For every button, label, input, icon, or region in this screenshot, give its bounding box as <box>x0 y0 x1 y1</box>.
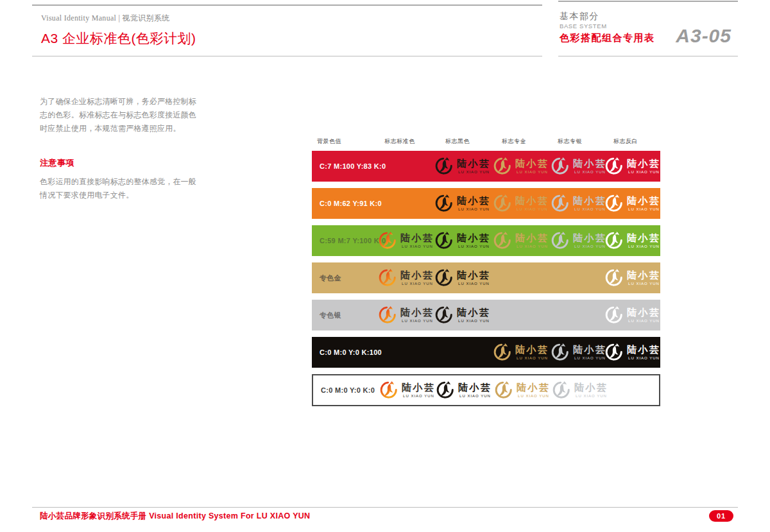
phoenix-swirl-icon <box>604 231 624 250</box>
lu-xiao-yun-logo: 陆小芸 LU XIAO YUN <box>551 343 607 362</box>
lu-xiao-yun-logo: 陆小芸 LU XIAO YUN <box>378 231 434 250</box>
logo-name-cn: 陆小芸 <box>457 270 491 280</box>
lu-xiao-yun-logo: 陆小芸 LU XIAO YUN <box>494 381 551 400</box>
footer-title: 陆小芸品牌形象识别系统手册 Visual Identity System For… <box>40 511 310 522</box>
logo-name-en: LU XIAO YUN <box>517 394 551 398</box>
phoenix-swirl-icon <box>379 381 398 400</box>
logo-name-en: LU XIAO YUN <box>627 319 661 323</box>
lu-xiao-yun-logo: 陆小芸 LU XIAO YUN <box>493 194 549 213</box>
color-bar: C:7 M:100 Y:83 K:0 陆小芸 LU XIAO YUN 陆小芸 L… <box>312 151 660 182</box>
logo-text: 陆小芸 LU XIAO YUN <box>457 196 491 211</box>
logo-text: 陆小芸 LU XIAO YUN <box>457 233 491 248</box>
background-color-value: 专色金 <box>320 273 341 283</box>
logo-name-en: LU XIAO YUN <box>515 356 549 360</box>
phoenix-swirl-icon <box>551 231 570 250</box>
logo-name-cn: 陆小芸 <box>573 345 607 354</box>
column-header: 标志专银 <box>558 137 582 146</box>
phoenix-swirl-icon <box>551 343 570 362</box>
logo-text: 陆小芸 LU XIAO YUN <box>627 345 661 360</box>
logo-text: 陆小芸 LU XIAO YUN <box>457 159 491 174</box>
logo-text: 陆小芸 LU XIAO YUN <box>573 345 607 360</box>
logo-name-cn: 陆小芸 <box>457 233 491 243</box>
logo-name-cn: 陆小芸 <box>402 382 436 392</box>
intro-paragraph: 为了确保企业标志清晰可辨，务必严格控制标志的色彩。标准标志在与标志色彩度接近颜色… <box>40 95 198 135</box>
background-color-value: C:0 M:0 Y:0 K:100 <box>320 348 382 356</box>
lu-xiao-yun-logo: 陆小芸 LU XIAO YUN <box>551 231 607 250</box>
logo-name-en: LU XIAO YUN <box>515 207 549 211</box>
lu-xiao-yun-logo: 陆小芸 LU XIAO YUN <box>552 381 608 400</box>
color-bar: C:0 M:0 Y:0 K:0 陆小芸 LU XIAO YUN 陆小芸 LU X… <box>312 374 660 406</box>
logo-name-en: LU XIAO YUN <box>573 356 607 360</box>
logo-name-en: LU XIAO YUN <box>627 170 661 174</box>
logo-name-cn: 陆小芸 <box>627 345 661 354</box>
logo-name-cn: 陆小芸 <box>400 233 434 243</box>
color-combination-table: 背景色值标志标准色标志黑色标志专金标志专银标志反白 C:7 M:100 Y:83… <box>312 136 660 413</box>
logo-name-cn: 陆小芸 <box>627 270 661 280</box>
background-color-value: C:59 M:7 Y:100 K:0 <box>320 237 386 245</box>
phoenix-swirl-icon <box>378 231 397 250</box>
logo-name-en: LU XIAO YUN <box>457 245 491 248</box>
phoenix-swirl-icon <box>493 343 512 362</box>
phoenix-swirl-icon <box>552 381 571 400</box>
logo-text: 陆小芸 LU XIAO YUN <box>515 159 549 174</box>
note-paragraph: 色彩运用的直接影响标志的整体感觉，在一般情况下要求使用电子文件。 <box>40 175 198 202</box>
logo-name-en: LU XIAO YUN <box>400 282 434 286</box>
logo-name-cn: 陆小芸 <box>627 159 661 168</box>
logo-text: 陆小芸 LU XIAO YUN <box>517 382 551 398</box>
logo-name-en: LU XIAO YUN <box>457 282 491 286</box>
logo-name-cn: 陆小芸 <box>515 159 549 168</box>
lu-xiao-yun-logo: 陆小芸 LU XIAO YUN <box>434 305 491 325</box>
logo-name-en: LU XIAO YUN <box>627 282 661 286</box>
phoenix-swirl-icon <box>434 231 454 250</box>
logo-name-en: LU XIAO YUN <box>457 170 491 174</box>
logo-name-cn: 陆小芸 <box>627 307 661 317</box>
logo-name-cn: 陆小芸 <box>457 196 491 205</box>
logo-text: 陆小芸 LU XIAO YUN <box>627 307 661 323</box>
header-left-bottom-rule <box>32 56 542 56</box>
phoenix-swirl-icon <box>434 194 454 213</box>
note-title: 注意事项 <box>40 157 198 169</box>
lu-xiao-yun-logo: 陆小芸 LU XIAO YUN <box>604 157 661 176</box>
logo-text: 陆小芸 LU XIAO YUN <box>457 307 491 323</box>
phoenix-swirl-icon <box>493 157 512 176</box>
logo-text: 陆小芸 LU XIAO YUN <box>400 270 434 286</box>
phoenix-swirl-icon <box>434 305 454 325</box>
phoenix-swirl-icon <box>604 343 624 362</box>
footer-rule <box>32 507 738 508</box>
color-bar: C:0 M:62 Y:91 K:0 陆小芸 LU XIAO YUN 陆小芸 LU… <box>312 188 660 219</box>
logo-name-en: LU XIAO YUN <box>627 207 661 211</box>
lu-xiao-yun-logo: 陆小芸 LU XIAO YUN <box>434 268 491 287</box>
section-name-cn: 基本部分 <box>560 11 599 22</box>
logo-text: 陆小芸 LU XIAO YUN <box>627 233 661 248</box>
lu-xiao-yun-logo: 陆小芸 LU XIAO YUN <box>604 305 661 325</box>
lu-xiao-yun-logo: 陆小芸 LU XIAO YUN <box>551 157 607 176</box>
logo-text: 陆小芸 LU XIAO YUN <box>573 233 607 248</box>
logo-text: 陆小芸 LU XIAO YUN <box>574 382 608 398</box>
intro-column: 为了确保企业标志清晰可辨，务必严格控制标志的色彩。标准标志在与标志色彩度接近颜色… <box>40 95 198 202</box>
lu-xiao-yun-logo: 陆小芸 LU XIAO YUN <box>434 231 491 250</box>
background-color-value: C:0 M:0 Y:0 K:0 <box>321 386 375 394</box>
lu-xiao-yun-logo: 陆小芸 LU XIAO YUN <box>434 194 491 213</box>
logo-name-cn: 陆小芸 <box>573 159 607 168</box>
logo-name-en: LU XIAO YUN <box>515 170 549 174</box>
phoenix-swirl-icon <box>493 231 512 250</box>
logo-name-en: LU XIAO YUN <box>400 245 434 248</box>
lu-xiao-yun-logo: 陆小芸 LU XIAO YUN <box>604 194 661 213</box>
logo-text: 陆小芸 LU XIAO YUN <box>627 196 661 211</box>
header-right-bottom-rule <box>558 56 738 56</box>
logo-text: 陆小芸 LU XIAO YUN <box>457 270 491 286</box>
color-bar: 专色金 陆小芸 LU XIAO YUN 陆小芸 LU XIAO YUN <box>312 262 660 293</box>
logo-text: 陆小芸 LU XIAO YUN <box>515 233 549 248</box>
lu-xiao-yun-logo: 陆小芸 LU XIAO YUN <box>551 194 607 213</box>
logo-name-cn: 陆小芸 <box>458 382 492 392</box>
logo-name-en: LU XIAO YUN <box>458 394 492 398</box>
logo-name-cn: 陆小芸 <box>627 196 661 205</box>
phoenix-swirl-icon <box>604 268 624 287</box>
logo-name-cn: 陆小芸 <box>574 382 608 392</box>
logo-text: 陆小芸 LU XIAO YUN <box>400 233 434 248</box>
lu-xiao-yun-logo: 陆小芸 LU XIAO YUN <box>378 268 434 287</box>
lu-xiao-yun-logo: 陆小芸 LU XIAO YUN <box>493 157 549 176</box>
logo-name-en: LU XIAO YUN <box>627 245 661 248</box>
lu-xiao-yun-logo: 陆小芸 LU XIAO YUN <box>493 343 549 362</box>
section-name-en: BASE SYSTEM <box>560 22 607 30</box>
